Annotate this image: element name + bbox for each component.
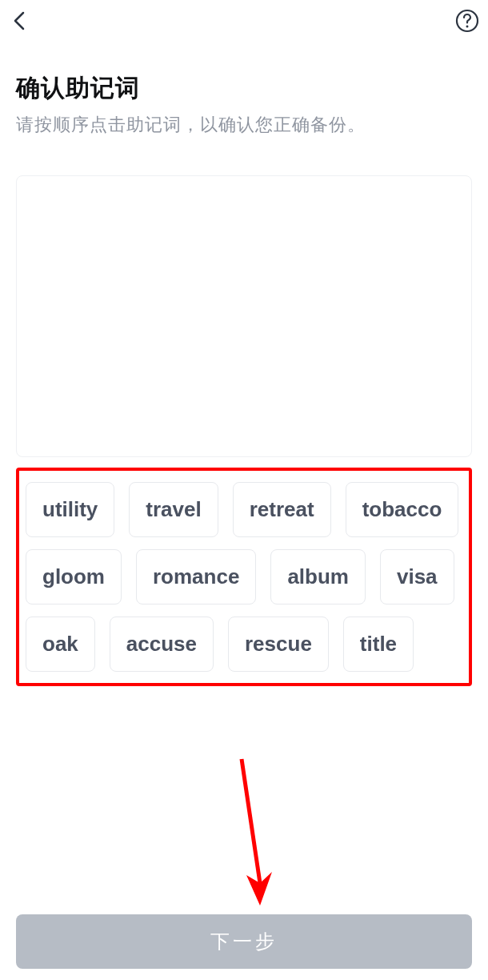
back-button[interactable] xyxy=(8,10,30,32)
word-chip-retreat[interactable]: retreat xyxy=(233,482,331,537)
svg-point-1 xyxy=(466,26,469,28)
svg-marker-3 xyxy=(246,872,272,906)
word-chip-gloom[interactable]: gloom xyxy=(26,549,122,604)
selected-words-area[interactable] xyxy=(16,175,472,457)
word-chip-album[interactable]: album xyxy=(270,549,366,604)
svg-line-2 xyxy=(242,759,260,883)
chevron-left-icon xyxy=(11,10,27,32)
word-chip-travel[interactable]: travel xyxy=(129,482,218,537)
next-button[interactable]: 下一步 xyxy=(16,914,472,969)
help-button[interactable] xyxy=(454,8,480,34)
word-grid: utility travel retreat tobacco gloom rom… xyxy=(26,482,462,672)
page-subtitle: 请按顺序点击助记词，以确认您正确备份。 xyxy=(16,113,472,137)
word-grid-highlight: utility travel retreat tobacco gloom rom… xyxy=(16,468,472,686)
page-title: 确认助记词 xyxy=(16,72,472,105)
annotation-arrow-icon xyxy=(232,755,280,911)
word-chip-utility[interactable]: utility xyxy=(26,482,114,537)
header-bar xyxy=(0,0,488,42)
word-chip-rescue[interactable]: rescue xyxy=(228,617,329,672)
word-chip-accuse[interactable]: accuse xyxy=(110,617,214,672)
main-content: 确认助记词 请按顺序点击助记词，以确认您正确备份。 utility travel… xyxy=(0,42,488,686)
question-circle-icon xyxy=(455,9,479,33)
word-chip-tobacco[interactable]: tobacco xyxy=(346,482,459,537)
word-chip-romance[interactable]: romance xyxy=(136,549,256,604)
word-chip-visa[interactable]: visa xyxy=(380,549,454,604)
word-chip-oak[interactable]: oak xyxy=(26,617,95,672)
word-chip-title[interactable]: title xyxy=(343,617,414,672)
